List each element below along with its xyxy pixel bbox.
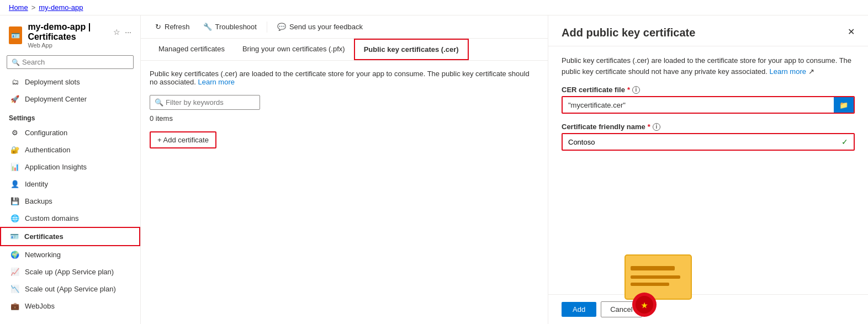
cer-file-browse-button[interactable]: 📁	[834, 97, 854, 113]
filter-icon: 🔍	[155, 98, 163, 107]
deployment-slots-icon: 🗂	[10, 78, 19, 86]
nav-webjobs[interactable]: 💼 WebJobs	[0, 298, 140, 315]
troubleshoot-label: Troubleshoot	[215, 23, 257, 31]
app-icon: 🪪	[9, 26, 22, 44]
nav-label-webjobs: WebJobs	[25, 302, 55, 310]
cer-file-input-row[interactable]: 📁	[562, 96, 855, 114]
nav-label-certificates: Certificates	[24, 232, 63, 241]
sidebar-header: 🪪 my-demo-app | Certificates ☆ ··· Web A…	[0, 15, 140, 53]
required-star-name: *	[648, 123, 650, 131]
search-box[interactable]: 🔍	[7, 55, 134, 69]
required-star-cer: *	[627, 86, 630, 94]
sidebar-title: my-demo-app | Certificates	[28, 22, 109, 42]
filter-box[interactable]: 🔍	[150, 95, 260, 110]
friendly-name-label: Certificate friendly name * i	[562, 123, 855, 131]
nav-label-backups: Backups	[25, 197, 52, 205]
tab-public-key-certs[interactable]: Public key certificates (.cer)	[354, 39, 469, 60]
cer-info-icon[interactable]: i	[632, 86, 640, 94]
feedback-button[interactable]: 💬 Send us your feedback	[272, 20, 368, 34]
nav-application-insights[interactable]: 📊 Application Insights	[0, 158, 140, 176]
add-button[interactable]: Add	[562, 302, 596, 317]
side-panel: Add public key certificate ✕ Public key …	[548, 15, 868, 324]
webjobs-icon: 💼	[10, 302, 19, 310]
nav-label-scale-out: Scale out (App Service plan)	[25, 285, 116, 293]
add-cert-label: + Add certificate	[157, 136, 209, 144]
authentication-icon: 🔐	[10, 146, 19, 154]
breadcrumb-home[interactable]: Home	[9, 3, 28, 12]
nav-label-application-insights: Application Insights	[25, 163, 87, 171]
nav-label-deployment-slots: Deployment slots	[25, 78, 80, 86]
nav-label-networking: Networking	[25, 251, 61, 259]
scale-up-icon: 📈	[10, 268, 19, 276]
nav-custom-domains[interactable]: 🌐 Custom domains	[0, 210, 140, 227]
breadcrumb: Home > my-demo-app	[0, 0, 868, 15]
nav-deployment-center[interactable]: 🚀 Deployment Center	[0, 91, 140, 108]
favorite-icon[interactable]: ☆	[113, 28, 120, 36]
troubleshoot-button[interactable]: 🔧 Troubleshoot	[198, 20, 262, 34]
items-count: 0 items	[150, 114, 539, 123]
panel-header: Add public key certificate ✕	[548, 15, 868, 46]
folder-icon: 📁	[839, 101, 848, 109]
friendly-name-input-row[interactable]: ✓	[562, 133, 855, 151]
nav-label-custom-domains: Custom domains	[25, 214, 79, 222]
toolbar: ↻ Refresh 🔧 Troubleshoot 💬 Send us your …	[141, 15, 548, 39]
nav-certificates[interactable]: 🪪 Certificates	[0, 227, 140, 246]
nav-label-identity: Identity	[25, 180, 48, 188]
sidebar: 🪪 my-demo-app | Certificates ☆ ··· Web A…	[0, 15, 141, 324]
sidebar-subtitle: Web App	[28, 42, 131, 49]
toolbar-divider	[267, 22, 267, 33]
content-info-text: Public key certificates (.cer) are loade…	[150, 70, 536, 86]
nav-label-deployment-center: Deployment Center	[25, 95, 87, 103]
content-area: ↻ Refresh 🔧 Troubleshoot 💬 Send us your …	[141, 15, 548, 324]
filter-input[interactable]	[166, 98, 258, 107]
feedback-icon: 💬	[277, 23, 286, 31]
friendly-name-input[interactable]	[563, 135, 836, 150]
backups-icon: 💾	[10, 197, 19, 205]
certificates-icon: 🪪	[10, 232, 19, 241]
panel-info-text: Public key certificates (.cer) are loade…	[562, 55, 855, 77]
nav-label-scale-up: Scale up (App Service plan)	[25, 268, 114, 276]
panel-footer: Add Cancel	[548, 294, 868, 324]
application-insights-icon: 📊	[10, 163, 19, 171]
tabs-bar: Managed certificates Bring your own cert…	[141, 39, 548, 61]
nav-identity[interactable]: 👤 Identity	[0, 176, 140, 193]
networking-icon: 🌍	[10, 251, 19, 259]
nav-backups[interactable]: 💾 Backups	[0, 193, 140, 210]
panel-learn-more-link[interactable]: Learn more	[770, 67, 806, 76]
search-input[interactable]	[22, 58, 129, 66]
nav-scale-out[interactable]: 📉 Scale out (App Service plan)	[0, 280, 140, 298]
nav-deployment-slots[interactable]: 🗂 Deployment slots	[0, 73, 140, 91]
refresh-icon: ↻	[155, 23, 161, 31]
panel-body: Public key certificates (.cer) are loade…	[548, 46, 868, 294]
tab-bring-own-certs[interactable]: Bring your own certificates (.pfx)	[234, 39, 354, 60]
nav-label-configuration: Configuration	[25, 129, 67, 137]
troubleshoot-icon: 🔧	[203, 23, 212, 31]
learn-more-link[interactable]: Learn more	[198, 78, 234, 86]
deployment-center-icon: 🚀	[10, 95, 19, 103]
nav-authentication[interactable]: 🔐 Authentication	[0, 141, 140, 158]
cer-file-input[interactable]	[563, 98, 834, 113]
add-certificate-button[interactable]: + Add certificate	[150, 131, 216, 148]
tab-managed-certs[interactable]: Managed certificates	[150, 39, 234, 60]
cer-file-label: CER certificate file * i	[562, 86, 855, 94]
settings-section-label: Settings	[0, 108, 140, 124]
nav-configuration[interactable]: ⚙ Configuration	[0, 124, 140, 141]
scale-out-icon: 📉	[10, 285, 19, 293]
refresh-button[interactable]: ↻ Refresh	[150, 20, 195, 34]
custom-domains-icon: 🌐	[10, 214, 19, 222]
breadcrumb-app[interactable]: my-demo-app	[39, 3, 83, 12]
nav-label-authentication: Authentication	[25, 146, 70, 154]
content-body: Public key certificates (.cer) are loade…	[141, 61, 548, 324]
nav-networking[interactable]: 🌍 Networking	[0, 246, 140, 263]
breadcrumb-separator: >	[31, 3, 36, 12]
nav-scale-up[interactable]: 📈 Scale up (App Service plan)	[0, 263, 140, 280]
refresh-label: Refresh	[165, 23, 190, 31]
search-icon: 🔍	[12, 59, 20, 66]
friendly-name-info-icon[interactable]: i	[653, 123, 660, 131]
panel-close-button[interactable]: ✕	[848, 26, 855, 37]
panel-title: Add public key certificate	[562, 26, 695, 39]
check-icon: ✓	[836, 134, 854, 150]
feedback-label: Send us your feedback	[289, 23, 363, 31]
more-icon[interactable]: ···	[125, 28, 131, 36]
identity-icon: 👤	[10, 180, 19, 188]
